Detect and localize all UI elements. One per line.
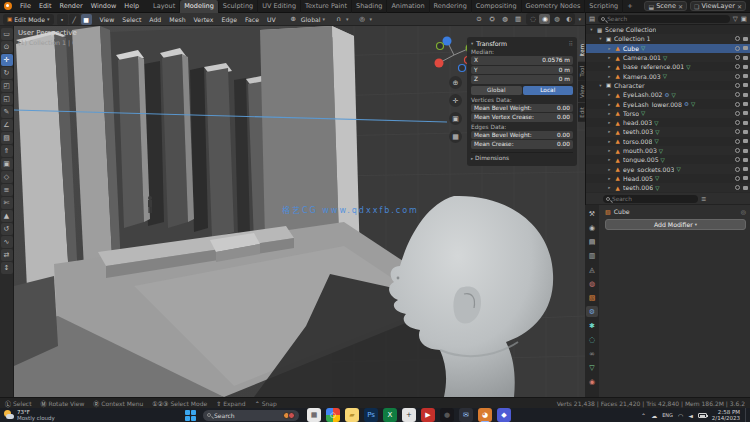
workspace-tab[interactable]: Shading (352, 0, 387, 13)
drag-handle-icon[interactable]: ⠿ (568, 40, 573, 47)
expand-arrow-icon[interactable]: ▸ (607, 185, 612, 190)
outliner-row[interactable]: ▸ ▲ mouth.003 ⚙ ▽ (586, 146, 750, 155)
viewport-menu-item[interactable]: View (96, 13, 119, 26)
hide-viewport-eye-icon[interactable] (735, 74, 740, 79)
outliner-row[interactable]: ▸ ▲ torso.008 ⚙ ▽ (586, 137, 750, 146)
tool-button[interactable]: ≡ (1, 184, 13, 196)
axis-value-field[interactable]: X 0.0576 m (471, 56, 573, 65)
workspace-tab[interactable]: Geometry Nodes (522, 0, 586, 13)
filter-icon[interactable]: ▽ (733, 15, 738, 23)
taskbar-app-icon[interactable]: ◆ (497, 408, 511, 422)
workspace-tab[interactable]: Rendering (430, 0, 472, 13)
workspace-tab[interactable]: Modeling (180, 0, 219, 13)
menu-item[interactable]: Help (120, 0, 143, 13)
tool-button[interactable]: ◰ (1, 80, 13, 92)
view-layer-close-icon[interactable]: ✕ (737, 3, 742, 10)
viewport-toggle-icon[interactable]: ▥ (512, 14, 523, 25)
disable-render-camera-icon[interactable] (743, 139, 748, 143)
start-button[interactable] (185, 410, 196, 421)
taskbar-app-icon[interactable]: ● (440, 408, 454, 422)
outliner-row[interactable]: ▸ ▲ tongue.005 ⚙ ▽ (586, 155, 750, 164)
expand-arrow-icon[interactable]: ▸ (607, 102, 612, 107)
disable-render-camera-icon[interactable] (743, 186, 748, 190)
scene-close-icon[interactable]: ✕ (678, 3, 683, 10)
orientation-dropdown[interactable]: ⊕ Global ▾ (288, 14, 325, 25)
tool-button[interactable]: ↕ (1, 262, 13, 274)
outliner-row[interactable]: ▸ ▲ Camera.001 ⚙ ▽ (586, 53, 750, 62)
disable-render-camera-icon[interactable] (743, 65, 748, 69)
outliner-editor-icon[interactable]: ▤ (589, 15, 595, 23)
language-indicator[interactable]: ENG (662, 412, 673, 418)
viewport-menu-item[interactable]: Vertex (190, 13, 218, 26)
dimensions-section[interactable]: ▸ Dimensions (471, 152, 573, 161)
viewport-3d[interactable]: User Perspective (1) Collection 1 | Cube… (14, 26, 585, 397)
taskbar-app-icon[interactable]: ✉ (459, 408, 473, 422)
pin-icon[interactable]: ◎ (741, 208, 746, 215)
expand-arrow-icon[interactable]: ▸ (607, 157, 612, 162)
axis-value-field[interactable]: Z 0 m (471, 75, 573, 84)
properties-tab-icon[interactable]: ✱ (586, 320, 598, 331)
viewport-menu-item[interactable]: Select (118, 13, 145, 26)
workspace-tab[interactable]: UV Editing (258, 0, 301, 13)
weather-widget[interactable]: 73°F Mostly cloudy (0, 409, 185, 421)
taskbar-app-icon[interactable]: ◕ (478, 408, 492, 422)
tray-chevron-icon[interactable]: ⌃ (641, 412, 646, 419)
workspace-tab[interactable]: Compositing (472, 0, 522, 13)
properties-tab-icon[interactable]: ◍ (586, 278, 598, 289)
viewport-nav-button[interactable]: ⊕ (449, 76, 462, 89)
properties-tab-icon[interactable]: ⚒ (586, 208, 598, 219)
expand-arrow-icon[interactable]: ▸ (607, 139, 612, 144)
viewport-menu-item[interactable]: UV (263, 13, 280, 26)
outliner-row[interactable]: ▸ ▲ Head.005 ⚙ ▽ (586, 174, 750, 183)
mode-dropdown[interactable]: ▣ Edit Mode ▾ (3, 14, 54, 25)
expand-arrow-icon[interactable]: ▸ (607, 148, 612, 153)
disable-render-camera-icon[interactable] (743, 56, 748, 60)
properties-tab-icon[interactable]: ◉ (586, 376, 598, 387)
outliner-row[interactable]: ▸ ▲ Kamera.003 ⚙ ▽ (586, 71, 750, 80)
hide-viewport-eye-icon[interactable] (735, 111, 740, 116)
shading-mode-button[interactable]: ◌ (527, 14, 538, 24)
workspace-tab[interactable]: Layout (149, 0, 180, 13)
blender-logo-icon[interactable] (4, 2, 12, 10)
expand-arrow-icon[interactable]: ▸ (607, 64, 612, 69)
properties-search[interactable] (603, 195, 698, 203)
disable-render-camera-icon[interactable] (743, 111, 748, 115)
hide-viewport-eye-icon[interactable] (735, 92, 740, 97)
value-field[interactable]: Mean Vertex Crease: 0.00 (471, 113, 573, 122)
chevron-down-icon[interactable]: ▾ (578, 16, 581, 22)
value-field[interactable]: Mean Crease: 0.00 (471, 140, 573, 149)
properties-tab-icon[interactable]: ◌ (586, 334, 598, 345)
hide-viewport-eye-icon[interactable] (735, 55, 740, 60)
tool-button[interactable]: ✛ (1, 54, 13, 66)
sidebar-tab[interactable]: View (578, 81, 585, 102)
viewport-nav-button[interactable]: ✛ (449, 94, 462, 107)
sidebar-tab[interactable]: Edit (578, 103, 585, 122)
outliner-row[interactable]: ▸ ▲ eye_sockets.003 ⚙ ▽ (586, 164, 750, 173)
disable-render-camera-icon[interactable] (743, 102, 748, 106)
disable-render-camera-icon[interactable] (743, 93, 748, 97)
hide-viewport-eye-icon[interactable] (735, 148, 740, 153)
viewport-menu-item[interactable]: Face (241, 13, 263, 26)
hide-viewport-eye-icon[interactable] (735, 102, 740, 107)
menu-item[interactable]: Render (55, 0, 86, 13)
disable-render-camera-icon[interactable] (743, 167, 748, 171)
expand-arrow-icon[interactable]: ▸ (607, 74, 612, 79)
expand-arrow-icon[interactable]: ▸ (607, 120, 612, 125)
hide-viewport-eye-icon[interactable] (735, 139, 740, 144)
menu-item[interactable]: Edit (35, 0, 56, 13)
disable-render-camera-icon[interactable] (743, 83, 748, 87)
properties-tab-icon[interactable]: ∞ (586, 348, 598, 359)
select-mode-button[interactable]: ╱ (69, 14, 80, 25)
cloud-icon[interactable]: ☁ (651, 412, 657, 419)
volume-icon[interactable]: ◄ (688, 412, 693, 419)
disable-render-camera-icon[interactable] (743, 130, 748, 134)
value-field[interactable]: Mean Bevel Weight: 0.00 (471, 104, 573, 113)
viewport-menu-item[interactable]: Mesh (165, 13, 189, 26)
disable-render-camera-icon[interactable] (743, 37, 748, 41)
menu-item[interactable]: File (16, 0, 35, 13)
battery-icon[interactable] (698, 413, 707, 418)
properties-tab-icon[interactable]: ▽ (586, 362, 598, 373)
expand-arrow-icon[interactable]: ▸ (607, 176, 612, 181)
proportional-edit-controls[interactable]: ◎ ▾ (357, 14, 373, 25)
hide-viewport-eye-icon[interactable] (735, 129, 740, 134)
